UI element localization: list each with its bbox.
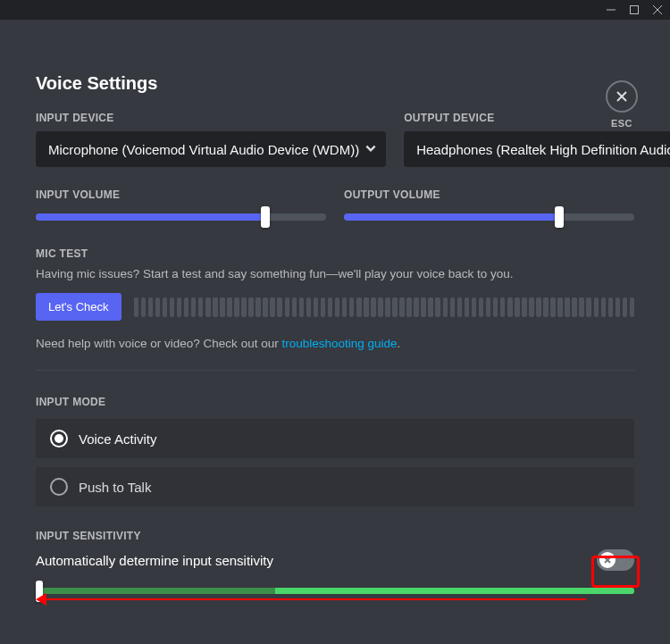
input-mode-voice-activity[interactable]: Voice Activity — [36, 419, 634, 458]
mic-level-meter — [134, 297, 634, 317]
input-mode-push-to-talk[interactable]: Push to Talk — [36, 467, 634, 506]
mic-test-label: MIC TEST — [36, 247, 634, 260]
help-prefix: Need help with voice or video? Check out… — [36, 337, 281, 350]
mic-test-description: Having mic issues? Start a test and say … — [36, 267, 634, 280]
output-device-select[interactable]: Headphones (Realtek High Definition Audi… — [404, 131, 670, 167]
output-volume-label: OUTPUT VOLUME — [344, 188, 634, 201]
output-device-value: Headphones (Realtek High Definition Audi… — [416, 142, 670, 157]
auto-sensitivity-label: Automatically determine input sensitivit… — [36, 553, 273, 568]
input-sensitivity-slider[interactable] — [36, 581, 634, 599]
close-icon[interactable] — [606, 80, 638, 113]
help-suffix: . — [398, 337, 401, 350]
esc-label: ESC — [611, 118, 632, 129]
auto-sensitivity-toggle[interactable] — [597, 549, 634, 571]
radio-label: Voice Activity — [79, 431, 157, 447]
radio-unselected-icon — [50, 478, 68, 496]
help-text: Need help with voice or video? Check out… — [36, 337, 634, 350]
window-minimize-icon[interactable] — [606, 4, 616, 15]
window-close-icon[interactable] — [652, 4, 663, 15]
input-volume-label: INPUT VOLUME — [36, 188, 326, 201]
input-mode-label: INPUT MODE — [36, 396, 634, 408]
radio-selected-icon — [50, 430, 68, 447]
window-titlebar — [0, 0, 670, 20]
close-settings[interactable]: ESC — [606, 80, 638, 129]
radio-label: Push to Talk — [79, 480, 151, 495]
toggle-off-icon — [599, 552, 616, 568]
input-device-label: INPUT DEVICE — [36, 112, 386, 124]
window-maximize-icon[interactable] — [629, 4, 640, 15]
input-device-select[interactable]: Microphone (Voicemod Virtual Audio Devic… — [36, 131, 386, 167]
section-divider — [36, 370, 634, 371]
input-device-value: Microphone (Voicemod Virtual Audio Devic… — [48, 142, 359, 157]
input-sensitivity-label: INPUT SENSITIVITY — [36, 530, 634, 542]
chevron-down-icon — [364, 142, 377, 157]
troubleshooting-link[interactable]: troubleshooting guide — [281, 337, 397, 350]
svg-rect-1 — [631, 6, 639, 14]
page-title: Voice Settings — [36, 73, 634, 94]
lets-check-button[interactable]: Let's Check — [36, 293, 121, 321]
output-volume-slider[interactable] — [344, 208, 634, 226]
input-volume-slider[interactable] — [36, 208, 326, 226]
